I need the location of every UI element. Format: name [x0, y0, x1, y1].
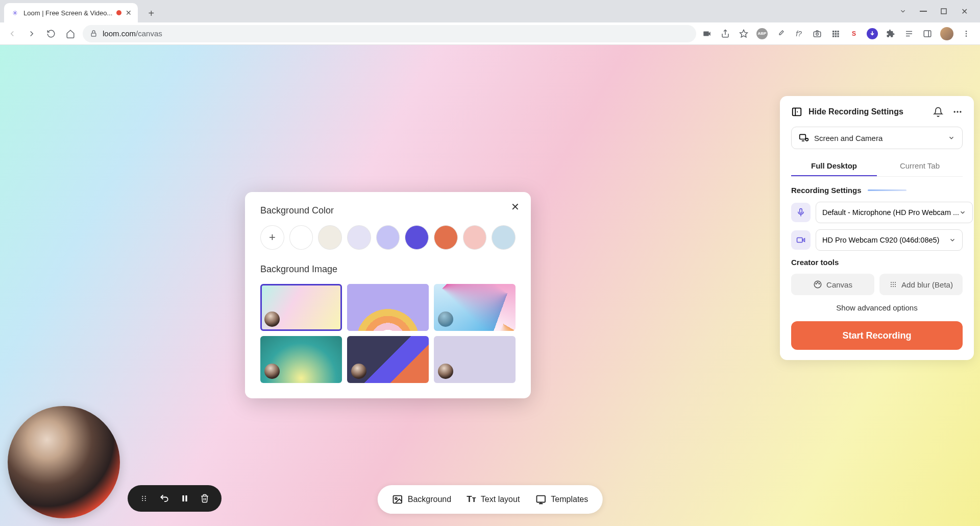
microphone-icon[interactable] — [791, 203, 811, 222]
color-swatch[interactable] — [289, 225, 313, 250]
bg-image-tile[interactable] — [434, 336, 516, 383]
puzzle-icon[interactable] — [885, 28, 896, 39]
templates-label: Templates — [551, 495, 588, 504]
sidepanel-icon[interactable] — [922, 28, 933, 39]
source-select[interactable]: Screen and Camera — [791, 127, 963, 149]
trash-icon[interactable] — [200, 493, 209, 504]
share-icon[interactable] — [720, 28, 731, 39]
bg-image-tile[interactable] — [347, 284, 429, 331]
svg-point-27 — [142, 500, 143, 501]
bg-image-heading: Background Image — [260, 264, 516, 275]
svg-rect-11 — [835, 33, 837, 34]
camera-device-icon[interactable] — [791, 230, 811, 250]
svg-rect-1 — [941, 9, 946, 14]
color-swatch[interactable] — [347, 225, 371, 250]
window-minimize-icon[interactable] — [919, 7, 928, 16]
camera-select[interactable]: HD Pro Webcam C920 (046d:08e5) — [816, 229, 963, 251]
chevron-down-icon — [949, 236, 956, 244]
bg-image-tile[interactable] — [434, 284, 516, 331]
apps-grid-icon[interactable] — [830, 28, 841, 39]
svg-rect-12 — [837, 33, 839, 34]
svg-point-26 — [142, 498, 143, 499]
tab-current-tab[interactable]: Current Tab — [877, 156, 963, 176]
svg-rect-0 — [920, 11, 927, 12]
url-input[interactable]: loom.com/canvas — [83, 25, 696, 42]
loom-favicon-icon: ✳ — [10, 8, 19, 17]
color-swatch[interactable] — [463, 225, 487, 250]
eyedropper-icon[interactable] — [775, 28, 786, 39]
svg-point-60 — [893, 286, 894, 287]
blur-btn-label: Add blur (Beta) — [901, 280, 953, 289]
tab-full-desktop[interactable]: Full Desktop — [791, 156, 877, 176]
svg-point-52 — [819, 283, 820, 284]
templates-icon — [535, 494, 546, 505]
webcam-bubble[interactable] — [8, 406, 120, 518]
text-icon: Tт — [467, 494, 476, 505]
svg-point-51 — [817, 282, 818, 283]
background-tab[interactable]: Background — [392, 494, 451, 505]
svg-rect-10 — [832, 33, 834, 34]
screenshot-icon[interactable] — [812, 28, 823, 39]
avatar-icon — [438, 364, 453, 379]
templates-tab[interactable]: Templates — [535, 494, 588, 505]
color-swatch[interactable] — [376, 225, 400, 250]
svg-point-28 — [145, 496, 146, 497]
nav-forward-button[interactable] — [24, 27, 39, 41]
chrome-menu-icon[interactable] — [961, 28, 972, 39]
window-maximize-icon[interactable] — [939, 7, 948, 16]
recording-controls — [128, 485, 222, 512]
color-swatch[interactable] — [405, 225, 429, 250]
svg-rect-43 — [800, 134, 806, 139]
popup-close-button[interactable]: ✕ — [508, 200, 522, 214]
camera-icon[interactable] — [701, 28, 713, 39]
more-icon[interactable] — [952, 107, 963, 117]
nav-home-button[interactable] — [63, 27, 78, 41]
bg-image-tile[interactable] — [260, 336, 342, 383]
download-icon[interactable] — [867, 28, 878, 39]
nav-back-button[interactable] — [5, 27, 19, 41]
panel-collapse-icon[interactable] — [791, 106, 802, 117]
adblock-icon[interactable]: ABP — [756, 28, 768, 39]
advanced-options-link[interactable]: Show advanced options — [791, 303, 963, 312]
pause-icon[interactable] — [181, 494, 189, 503]
extension-s-icon[interactable]: S — [848, 28, 860, 39]
svg-rect-5 — [814, 32, 821, 37]
color-swatch[interactable] — [318, 225, 342, 250]
text-layout-tab[interactable]: Tт Text layout — [467, 494, 520, 505]
browser-tab[interactable]: ✳ Loom | Free Screen & Video... ✕ — [4, 3, 138, 22]
start-recording-button[interactable]: Start Recording — [791, 321, 963, 350]
svg-point-50 — [816, 283, 817, 284]
avatar-icon — [351, 364, 366, 379]
bg-image-tile[interactable] — [347, 336, 429, 383]
chevron-down-icon — [948, 134, 955, 141]
capture-tabs: Full Desktop Current Tab — [791, 156, 963, 177]
bg-image-tile[interactable] — [260, 284, 342, 331]
whatfont-icon[interactable]: f? — [793, 28, 804, 39]
chevron-down-icon[interactable] — [898, 7, 908, 16]
background-popup: ✕ Background Color + Background Image — [245, 192, 531, 398]
blur-tool-button[interactable]: Add blur (Beta) — [879, 274, 963, 295]
screen-camera-icon — [799, 133, 809, 143]
canvas-btn-label: Canvas — [826, 280, 852, 289]
profile-avatar[interactable] — [940, 27, 953, 40]
svg-rect-45 — [800, 209, 802, 213]
star-icon[interactable] — [738, 28, 749, 39]
avatar-icon — [264, 364, 280, 379]
window-close-icon[interactable]: ✕ — [960, 7, 969, 16]
add-color-button[interactable]: + — [260, 225, 284, 250]
extension-row: ABP f? S — [701, 27, 975, 40]
nav-reload-button[interactable] — [44, 27, 58, 41]
drag-handle-icon[interactable] — [140, 494, 148, 503]
svg-point-61 — [895, 286, 896, 287]
color-swatch[interactable] — [492, 225, 516, 250]
bell-icon[interactable] — [933, 107, 943, 117]
undo-icon[interactable] — [159, 493, 169, 504]
color-swatch[interactable] — [434, 225, 458, 250]
text-layout-label: Text layout — [481, 495, 520, 504]
reading-list-icon[interactable] — [903, 28, 915, 39]
new-tab-button[interactable]: + — [143, 5, 159, 21]
tab-close-icon[interactable]: ✕ — [126, 9, 132, 17]
microphone-select[interactable]: Default - Microphone (HD Pro Webcam ... — [816, 202, 973, 223]
canvas-tool-button[interactable]: Canvas — [791, 274, 874, 295]
browser-chrome: ✳ Loom | Free Screen & Video... ✕ + ✕ lo… — [0, 0, 980, 45]
